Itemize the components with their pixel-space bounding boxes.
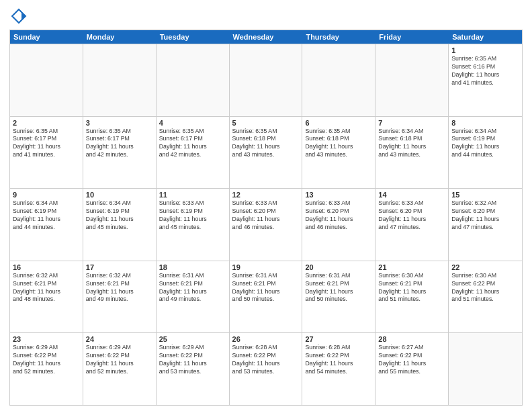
day-info: Sunrise: 6:35 AM Sunset: 6:18 PM Dayligh… [305,128,372,160]
calendar-cell: 14Sunrise: 6:33 AM Sunset: 6:20 PM Dayli… [375,189,449,261]
day-info: Sunrise: 6:32 AM Sunset: 6:21 PM Dayligh… [86,272,153,304]
day-number: 21 [378,263,445,271]
calendar-cell [302,44,375,116]
calendar-cell: 6Sunrise: 6:35 AM Sunset: 6:18 PM Daylig… [302,117,375,189]
calendar-row-3: 16Sunrise: 6:32 AM Sunset: 6:21 PM Dayli… [10,261,522,333]
calendar-cell [10,44,83,116]
logo-icon [9,7,28,26]
header-day-tuesday: Tuesday [157,30,230,44]
calendar-cell [375,44,449,116]
calendar-cell [449,333,522,405]
day-info: Sunrise: 6:34 AM Sunset: 6:19 PM Dayligh… [86,199,153,232]
day-number: 13 [305,191,372,199]
day-info: Sunrise: 6:32 AM Sunset: 6:20 PM Dayligh… [451,199,519,232]
calendar-cell: 13Sunrise: 6:33 AM Sunset: 6:20 PM Dayli… [302,189,375,261]
header-day-thursday: Thursday [302,30,375,44]
day-number: 6 [305,119,372,127]
day-number: 17 [86,263,153,271]
logo [9,7,31,26]
day-info: Sunrise: 6:34 AM Sunset: 6:18 PM Dayligh… [378,128,445,160]
day-number: 3 [86,119,153,127]
day-number: 5 [232,119,300,127]
day-number: 9 [13,191,80,199]
header-day-monday: Monday [83,30,157,44]
day-info: Sunrise: 6:30 AM Sunset: 6:21 PM Dayligh… [378,272,445,304]
calendar-row-0: 1Sunrise: 6:35 AM Sunset: 6:16 PM Daylig… [10,44,522,116]
calendar-cell: 11Sunrise: 6:33 AM Sunset: 6:19 PM Dayli… [157,189,230,261]
calendar-cell: 27Sunrise: 6:28 AM Sunset: 6:22 PM Dayli… [302,333,375,405]
calendar-cell: 25Sunrise: 6:29 AM Sunset: 6:22 PM Dayli… [157,333,230,405]
calendar-row-1: 2Sunrise: 6:35 AM Sunset: 6:17 PM Daylig… [10,116,522,189]
day-info: Sunrise: 6:28 AM Sunset: 6:22 PM Dayligh… [232,344,300,376]
calendar-cell: 5Sunrise: 6:35 AM Sunset: 6:18 PM Daylig… [230,117,303,189]
day-number: 27 [305,335,372,343]
calendar-cell: 22Sunrise: 6:30 AM Sunset: 6:22 PM Dayli… [449,261,522,333]
calendar-cell [230,44,303,116]
day-info: Sunrise: 6:35 AM Sunset: 6:18 PM Dayligh… [232,128,300,160]
day-number: 26 [232,335,300,343]
calendar-cell: 23Sunrise: 6:29 AM Sunset: 6:22 PM Dayli… [10,333,83,405]
calendar-cell: 7Sunrise: 6:34 AM Sunset: 6:18 PM Daylig… [375,117,449,189]
day-number: 23 [13,335,80,343]
header-day-friday: Friday [375,30,449,44]
calendar-cell: 26Sunrise: 6:28 AM Sunset: 6:22 PM Dayli… [230,333,303,405]
page: SundayMondayTuesdayWednesdayThursdayFrid… [0,0,532,411]
calendar-header: SundayMondayTuesdayWednesdayThursdayFrid… [10,30,522,44]
day-info: Sunrise: 6:34 AM Sunset: 6:19 PM Dayligh… [13,199,80,232]
day-info: Sunrise: 6:31 AM Sunset: 6:21 PM Dayligh… [232,272,300,304]
day-info: Sunrise: 6:31 AM Sunset: 6:21 PM Dayligh… [159,272,226,304]
calendar-cell: 12Sunrise: 6:33 AM Sunset: 6:20 PM Dayli… [230,189,303,261]
day-info: Sunrise: 6:35 AM Sunset: 6:17 PM Dayligh… [159,128,226,160]
day-number: 20 [305,263,372,271]
day-number: 18 [159,263,226,271]
day-info: Sunrise: 6:34 AM Sunset: 6:19 PM Dayligh… [451,128,519,160]
day-info: Sunrise: 6:31 AM Sunset: 6:21 PM Dayligh… [305,272,372,304]
calendar-cell: 1Sunrise: 6:35 AM Sunset: 6:16 PM Daylig… [449,44,522,116]
day-info: Sunrise: 6:33 AM Sunset: 6:20 PM Dayligh… [305,199,372,232]
calendar-cell: 10Sunrise: 6:34 AM Sunset: 6:19 PM Dayli… [83,189,157,261]
day-info: Sunrise: 6:32 AM Sunset: 6:21 PM Dayligh… [13,272,80,304]
day-number: 4 [159,119,226,127]
day-info: Sunrise: 6:35 AM Sunset: 6:17 PM Dayligh… [86,128,153,160]
day-number: 14 [378,191,445,199]
calendar-cell: 4Sunrise: 6:35 AM Sunset: 6:17 PM Daylig… [157,117,230,189]
calendar-cell: 20Sunrise: 6:31 AM Sunset: 6:21 PM Dayli… [302,261,375,333]
calendar-cell: 3Sunrise: 6:35 AM Sunset: 6:17 PM Daylig… [83,117,157,189]
day-info: Sunrise: 6:27 AM Sunset: 6:22 PM Dayligh… [378,344,445,376]
header-day-sunday: Sunday [10,30,83,44]
calendar-cell [157,44,230,116]
calendar-cell: 24Sunrise: 6:29 AM Sunset: 6:22 PM Dayli… [83,333,157,405]
day-number: 12 [232,191,300,199]
day-number: 11 [159,191,226,199]
day-number: 15 [451,191,519,199]
calendar-cell: 16Sunrise: 6:32 AM Sunset: 6:21 PM Dayli… [10,261,83,333]
day-number: 1 [451,46,519,54]
calendar-cell: 17Sunrise: 6:32 AM Sunset: 6:21 PM Dayli… [83,261,157,333]
day-info: Sunrise: 6:29 AM Sunset: 6:22 PM Dayligh… [86,344,153,376]
calendar-cell: 28Sunrise: 6:27 AM Sunset: 6:22 PM Dayli… [375,333,449,405]
calendar-row-4: 23Sunrise: 6:29 AM Sunset: 6:22 PM Dayli… [10,332,522,405]
calendar-cell: 19Sunrise: 6:31 AM Sunset: 6:21 PM Dayli… [230,261,303,333]
day-info: Sunrise: 6:35 AM Sunset: 6:17 PM Dayligh… [13,128,80,160]
day-info: Sunrise: 6:29 AM Sunset: 6:22 PM Dayligh… [159,344,226,376]
day-number: 8 [451,119,519,127]
day-info: Sunrise: 6:30 AM Sunset: 6:22 PM Dayligh… [451,272,519,304]
calendar-cell: 2Sunrise: 6:35 AM Sunset: 6:17 PM Daylig… [10,117,83,189]
day-info: Sunrise: 6:28 AM Sunset: 6:22 PM Dayligh… [305,344,372,376]
day-number: 24 [86,335,153,343]
day-info: Sunrise: 6:35 AM Sunset: 6:16 PM Dayligh… [451,55,519,87]
day-info: Sunrise: 6:33 AM Sunset: 6:19 PM Dayligh… [159,199,226,232]
day-info: Sunrise: 6:33 AM Sunset: 6:20 PM Dayligh… [232,199,300,232]
calendar-cell: 15Sunrise: 6:32 AM Sunset: 6:20 PM Dayli… [449,189,522,261]
day-number: 10 [86,191,153,199]
day-info: Sunrise: 6:33 AM Sunset: 6:20 PM Dayligh… [378,199,445,232]
calendar-row-2: 9Sunrise: 6:34 AM Sunset: 6:19 PM Daylig… [10,188,522,261]
day-info: Sunrise: 6:29 AM Sunset: 6:22 PM Dayligh… [13,344,80,376]
header-day-wednesday: Wednesday [230,30,303,44]
calendar-cell: 21Sunrise: 6:30 AM Sunset: 6:21 PM Dayli… [375,261,449,333]
header [9,7,523,26]
calendar-cell: 18Sunrise: 6:31 AM Sunset: 6:21 PM Dayli… [157,261,230,333]
day-number: 2 [13,119,80,127]
day-number: 25 [159,335,226,343]
day-number: 19 [232,263,300,271]
